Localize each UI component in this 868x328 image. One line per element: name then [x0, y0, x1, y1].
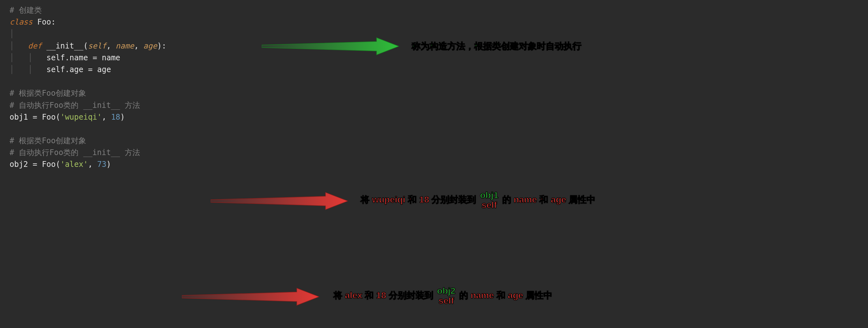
annotation-obj2: 将 alex 和 18 分别封装到 obj2 self 的 name 和 age…: [334, 286, 552, 306]
annotation-obj2-pre: 将 alex 和 18 分别封装到: [334, 290, 433, 300]
annotation-obj2-stack: obj2 self: [437, 286, 456, 306]
indent-guide: │ │: [9, 53, 46, 62]
annotation-obj1-pre: 将 wupeiqi 和 18 分别封装到: [361, 195, 476, 204]
code-block: # 创建类 class Foo: │ │ def __init__(self, …: [0, 0, 868, 175]
line-selfname: self.name = name: [46, 53, 120, 62]
obj1-string: 'wupeiqi': [60, 112, 102, 122]
indent-guide: │: [9, 41, 28, 51]
comment-auto-init2-post: 方法: [120, 148, 140, 157]
annotation-obj1-top: obj1: [480, 191, 498, 200]
arrow-red-1: [211, 190, 348, 212]
comment-create-class: # 创建类: [9, 6, 42, 15]
kw-class: class: [9, 18, 33, 27]
obj1-number: 18: [111, 112, 120, 122]
comment-auto-init-pre: # 自动执行Foo类的: [9, 101, 83, 110]
classname-foo: Foo: [37, 18, 51, 27]
obj1-lhs: obj1 = Foo(: [9, 112, 60, 122]
comma: ,: [134, 41, 143, 51]
annotation-constructor: 称为构造方法，根据类创建对象时自动执行: [412, 40, 582, 52]
rparen: ):: [157, 41, 166, 51]
obj2-number: 73: [97, 160, 106, 169]
obj1-comma: ,: [102, 112, 111, 122]
indent-guide: │ │: [9, 65, 46, 74]
colon: :: [51, 18, 56, 27]
param-name: name: [116, 41, 134, 51]
annotation-obj2-bot: self: [438, 296, 454, 306]
comment-create-obj2: # 根据类Foo创建对象: [9, 136, 86, 145]
annotation-obj2-post: 的 name 和 age 属性中: [459, 290, 553, 300]
comma: ,: [106, 41, 116, 51]
comment-create-obj: # 根据类Foo创建对象: [9, 89, 86, 98]
comment-auto-init2-mid: __init__: [83, 148, 120, 157]
param-age: age: [143, 41, 157, 51]
comment-auto-init-mid: __init__: [83, 101, 120, 110]
annotation-obj1-stack: obj1 self: [480, 191, 498, 210]
annotation-obj1-bot: self: [482, 200, 497, 210]
comment-auto-init-post: 方法: [120, 101, 140, 110]
annotation-obj2-top: obj2: [437, 286, 456, 296]
annotation-constructor-text: 称为构造方法，根据类创建对象时自动执行: [412, 41, 582, 51]
arrow-red-2: [182, 286, 319, 308]
obj2-comma: ,: [88, 160, 97, 169]
obj2-string: 'alex': [60, 160, 88, 169]
svg-marker-2: [182, 288, 319, 305]
annotation-obj1: 将 wupeiqi 和 18 分别封装到 obj1 self 的 name 和 …: [361, 191, 595, 210]
svg-marker-1: [211, 192, 348, 209]
lparen: (: [83, 41, 88, 51]
kw-def: def: [28, 41, 42, 51]
annotation-obj1-post: 的 name 和 age 属性中: [502, 195, 596, 204]
obj2-lhs: obj2 = Foo(: [9, 160, 60, 169]
fn-init: __init__: [46, 41, 84, 51]
obj2-rparen: ): [106, 160, 111, 169]
param-self: self: [88, 41, 106, 51]
obj1-rparen: ): [120, 112, 125, 122]
comment-auto-init2-pre: # 自动执行Foo类的: [9, 148, 83, 157]
line-selfage: self.age = age: [46, 65, 111, 74]
indent-guide: │: [9, 29, 14, 38]
